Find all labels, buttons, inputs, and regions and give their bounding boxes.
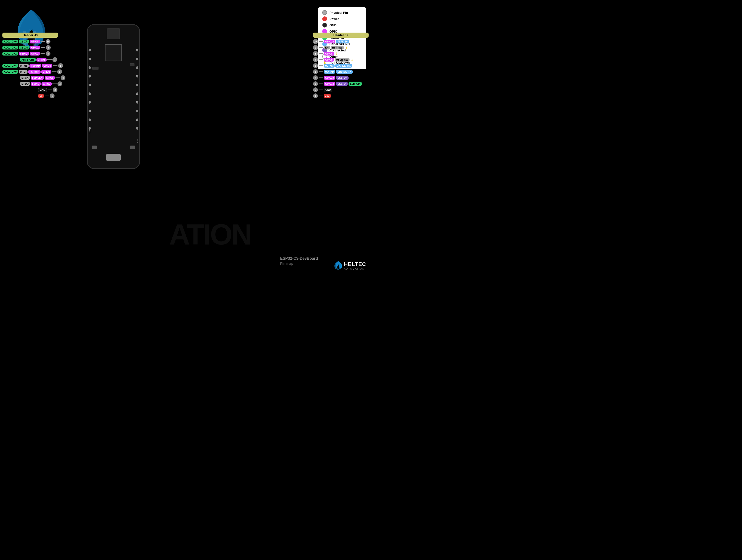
pin-j2-3-gpio: GPIO18 (324, 82, 335, 86)
pin-j2-7-num: 7 (313, 57, 318, 62)
pin-j3-1-num: 1 (50, 93, 55, 98)
pin-j2-5-gpio: UORXD (324, 70, 335, 73)
pin-row-j2-6: 6 U0TXD CH340K_RX (313, 63, 369, 68)
pin-j2-9-func1: RST_SW (331, 46, 344, 49)
pin-j3-8-func1: FSPIQ (19, 52, 29, 55)
header-j3-title: Header J3 (2, 33, 58, 38)
pin-j3-7-num: 7 (52, 57, 57, 62)
pin-j3-4-gpio: GPIO6 (45, 76, 55, 80)
board-subtitle: Pin map (280, 262, 318, 265)
pin-j2-1-num: 1 (313, 93, 318, 98)
pin-j2-7-gpio: GPIO9 (324, 58, 334, 61)
pin-j2-4-num: 4 (313, 75, 318, 80)
pin-j3-3-gpio: GPIO7 (42, 82, 52, 86)
pin-row-j2-2: 2 GND (313, 87, 369, 92)
pin-j2-9-pullupdown: ⇕ (345, 46, 348, 49)
pin-j3-7-gpio: GPIO3 (37, 58, 47, 61)
header-j2-title: Header J2 (313, 33, 369, 38)
pin-row-j2-1: 1 3V3 (313, 93, 369, 98)
pin-j3-10-func2: ADC1_CH0 (2, 40, 18, 43)
pin-row-j2-7: 7 GPIO9 USER_SW ⇕ (313, 57, 369, 62)
heltec-logo-bottom: HELTEC AUTOMATION (334, 261, 366, 270)
pin-row-j3-10: ADC1_CH0 32_XP GPIO0 10 (2, 39, 65, 44)
pin-j3-10-func1: 32_XP (19, 40, 29, 43)
pin-row-j2-9: 9 EN RST_SW ⇕ (313, 45, 369, 50)
pin-j3-3-func1: FSPID (31, 82, 41, 86)
board-info: ESP32-C3-DevBoard Pin map (280, 256, 318, 265)
heltec-name: HELTEC (344, 261, 366, 267)
pin-j3-7-func1: ADC1_CH3 (20, 58, 36, 61)
pin-row-j3-7: ADC1_CH3 GPIO3 7 (2, 57, 65, 62)
pin-j3-5-gpio: GPIO5 (41, 70, 52, 73)
pin-j3-9-func1: 32_XN (19, 46, 29, 49)
pin-j3-6-func1: FSPIHD (30, 64, 41, 67)
pin-j3-5-func1: FSPIWP (28, 70, 40, 73)
board-shape: USER RS1 (87, 24, 140, 169)
pin-j3-6-num: 6 (58, 63, 63, 68)
pin-row-j3-3: MTDO FSPID GPIO7 3 (2, 81, 65, 86)
pin-j3-8-gpio: GPIO2 (30, 52, 40, 55)
pin-j2-2-gnd: GND (324, 88, 332, 92)
header-j2: Header J2 10 GPIO10 FSPICS0 9 EN RST_SW … (313, 33, 369, 99)
pin-j3-10-num: 10 (46, 39, 50, 44)
legend-power-icon (322, 16, 327, 21)
heltec-sub: AUTOMATION (344, 267, 366, 270)
pin-j2-10-num: 10 (313, 39, 318, 44)
watermark: ATION (169, 218, 251, 251)
pin-j3-6-func2: MTMS (19, 64, 29, 67)
pin-j3-8-num: 8 (46, 51, 50, 56)
pin-row-j2-3: 3 GPIO18 USB_D- LED_Ctrl (313, 81, 369, 86)
pin-j2-3-func2: LED_Ctrl (349, 82, 362, 86)
pin-j2-6-func1: CH340K_RX (335, 64, 352, 67)
pin-j2-8-pullupdown: ⇕ (335, 52, 338, 55)
pin-j3-10-gpio: GPIO0 (30, 40, 40, 43)
pin-j2-5-func1: CH340K_TX (336, 70, 353, 73)
pin-j2-6-gpio: U0TXD (324, 64, 334, 67)
pin-row-j2-10: 10 GPIO10 FSPICS0 (313, 39, 369, 44)
pin-j3-9-gpio: GPIO1 (30, 46, 40, 49)
board-container: USER RS1 (67, 24, 159, 174)
pin-j2-4-gpio: GPIO19 (324, 76, 335, 80)
legend-physical-pin-label: Physical Pin (329, 11, 348, 14)
pin-row-j3-9: ADC1_CH1 32_XN GPIO1 9 (2, 45, 65, 50)
pin-j3-8-func2: ADC1_CH2 (2, 52, 18, 55)
legend-gnd-label: GND (329, 23, 336, 27)
pin-row-j3-8: ADC1_CH2 FSPIQ GPIO2 8 (2, 51, 65, 56)
board-name: ESP32-C3-DevBoard (280, 256, 318, 261)
pin-j2-10-gpio: GPIO10 (324, 40, 335, 43)
pin-j3-2-num: 2 (53, 87, 57, 92)
pin-j3-4-func2: MTCK (20, 76, 30, 80)
pin-j2-7-pullupdown: ⇕ (351, 58, 353, 61)
pin-row-j3-5: ADC2_CH0 MTDI FSPIWP GPIO5 5 (2, 69, 65, 74)
pin-j2-4-func1: USB_D+ (336, 76, 349, 80)
heltec-logo-icon (334, 261, 342, 270)
pin-j2-3-func1: USB_D- (336, 82, 348, 86)
pin-row-j3-2: GND 2 (2, 87, 65, 92)
pin-row-j3-6: ADC1_CH4 MTMS FSPIHD GPIO4 6 (2, 63, 65, 68)
pin-j3-3-func2: MTDO (20, 82, 30, 86)
legend-gnd-icon (322, 23, 327, 28)
legend-power-label: Power (329, 17, 339, 21)
pin-j3-4-num: 4 (61, 75, 65, 80)
pin-row-j2-4: 4 GPIO19 USB_D+ (313, 75, 369, 80)
pin-j2-6-num: 6 (313, 63, 318, 68)
pin-j3-5-func2: MTDI (19, 70, 28, 73)
pin-j3-6-func3: ADC1_CH4 (2, 64, 18, 67)
pin-j2-8-gpio: GPIO8 (324, 52, 334, 55)
pin-j2-9-num: 9 (313, 45, 318, 50)
usb-port (106, 154, 121, 161)
pin-row-j2-8: 8 GPIO8 ⇕ (313, 51, 369, 56)
pin-j2-2-num: 2 (313, 87, 318, 92)
pin-j3-4-func1: FSPICLK (31, 76, 44, 80)
pin-j2-7-func1: USER_SW (335, 58, 350, 61)
header-j3: Header J3 ADC1_CH0 32_XP GPIO0 10 ADC1_C… (2, 33, 65, 99)
pin-j3-5-num: 5 (57, 69, 62, 74)
pin-j3-9-num: 9 (46, 45, 51, 50)
pin-row-j3-4: MTCK FSPICLK GPIO6 4 (2, 75, 65, 80)
pin-j2-5-num: 5 (313, 69, 318, 74)
pin-j2-10-func1: FSPICS0 (336, 40, 349, 43)
pin-row-j2-5: 5 UORXD CH340K_TX (313, 69, 369, 74)
pin-j3-3-num: 3 (57, 81, 62, 86)
pin-row-j3-1: 5V 1 (2, 93, 65, 98)
pin-j3-2-gnd: GND (38, 88, 47, 92)
